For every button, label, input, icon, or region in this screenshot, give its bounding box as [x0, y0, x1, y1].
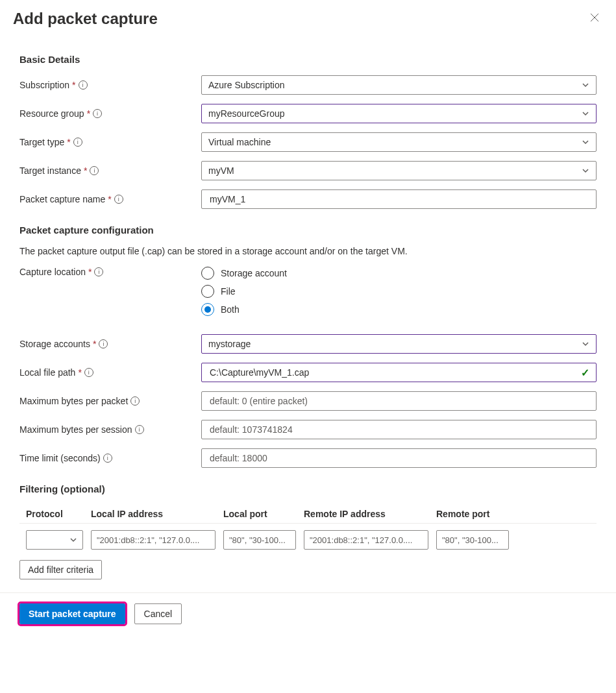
start-capture-button[interactable]: Start packet capture	[19, 603, 125, 624]
storage-accounts-label: Storage accounts	[19, 339, 90, 349]
field-subscription: Subscription * i Azure Subscription	[19, 75, 597, 95]
col-remote-ip: Remote IP address	[304, 509, 428, 519]
field-resource-group: Resource group * i myResourceGroup	[19, 104, 597, 123]
info-icon[interactable]: i	[93, 109, 102, 118]
info-icon[interactable]: i	[103, 454, 112, 463]
required-indicator: *	[78, 367, 81, 378]
radio-file[interactable]: File	[201, 285, 597, 298]
target-type-label: Target type	[19, 137, 64, 147]
panel-title: Add packet capture	[13, 10, 158, 28]
subscription-select[interactable]: Azure Subscription	[201, 75, 597, 95]
time-limit-input-wrapper	[201, 448, 597, 468]
cancel-button[interactable]: Cancel	[134, 603, 182, 624]
field-pcap-name: Packet capture name * i	[19, 189, 597, 209]
remote-port-placeholder: "80", "30-100...	[442, 535, 499, 545]
time-limit-input[interactable]	[208, 449, 589, 467]
storage-accounts-select[interactable]: mystorage	[201, 334, 597, 354]
local-port-placeholder: "80", "30-100...	[229, 535, 286, 545]
radio-storage-account[interactable]: Storage account	[201, 267, 597, 280]
local-file-path-input[interactable]	[208, 363, 577, 382]
remote-port-input[interactable]: "80", "30-100...	[436, 530, 509, 550]
max-bytes-session-label: Maximum bytes per session	[19, 424, 132, 435]
target-type-select[interactable]: Virtual machine	[201, 132, 597, 152]
info-icon[interactable]: i	[99, 339, 108, 348]
chevron-down-icon	[69, 536, 77, 544]
max-bytes-session-input-wrapper	[201, 420, 597, 439]
section-filtering: Filtering (optional)	[19, 483, 597, 494]
local-file-path-label: Local file path	[19, 367, 75, 378]
filter-table: Protocol Local IP address Local port Rem…	[19, 505, 597, 550]
config-helper-text: The packet capture output file (.cap) ca…	[19, 246, 597, 256]
pcap-name-input-wrapper	[201, 189, 597, 209]
remote-ip-input[interactable]: "2001:db8::2:1", "127.0.0....	[304, 530, 428, 550]
info-icon[interactable]: i	[94, 267, 103, 276]
required-indicator: *	[108, 194, 111, 204]
required-indicator: *	[87, 108, 90, 119]
pcap-name-label: Packet capture name	[19, 194, 105, 204]
chevron-down-icon	[582, 138, 589, 146]
radio-icon	[201, 267, 214, 280]
subscription-value: Azure Subscription	[208, 80, 285, 90]
capture-location-radio-group: Storage account File Both	[201, 267, 597, 316]
protocol-select[interactable]	[26, 530, 83, 550]
resource-group-select[interactable]: myResourceGroup	[201, 104, 597, 123]
check-icon: ✓	[581, 367, 589, 379]
field-target-type: Target type * i Virtual machine	[19, 132, 597, 152]
add-filter-button[interactable]: Add filter criteria	[19, 560, 102, 579]
max-bytes-session-input[interactable]	[208, 420, 589, 439]
col-local-port: Local port	[223, 509, 296, 519]
target-instance-label: Target instance	[19, 165, 81, 176]
required-indicator: *	[84, 165, 87, 176]
target-instance-select[interactable]: myVM	[201, 161, 597, 180]
info-icon[interactable]: i	[90, 166, 99, 175]
max-bytes-packet-label: Maximum bytes per packet	[19, 396, 128, 406]
col-remote-port: Remote port	[436, 509, 509, 519]
radio-label: Both	[221, 304, 240, 315]
field-target-instance: Target instance * i myVM	[19, 161, 597, 180]
col-local-ip: Local IP address	[91, 509, 216, 519]
subscription-label: Subscription	[19, 80, 69, 90]
capture-location-label: Capture location	[19, 267, 86, 277]
time-limit-label: Time limit (seconds)	[19, 453, 101, 463]
info-icon[interactable]: i	[79, 80, 88, 90]
panel-content: Basic Details Subscription * i Azure Sub…	[0, 32, 616, 592]
field-local-file-path: Local file path * i ✓	[19, 363, 597, 382]
local-ip-input[interactable]: "2001:db8::2:1", "127.0.0....	[91, 530, 216, 550]
max-bytes-packet-input[interactable]	[208, 392, 589, 410]
resource-group-value: myResourceGroup	[208, 108, 285, 119]
field-storage-accounts: Storage accounts * i mystorage	[19, 334, 597, 354]
radio-icon	[201, 285, 214, 298]
chevron-down-icon	[582, 81, 589, 89]
field-capture-location: Capture location * i Storage account Fil…	[19, 267, 597, 316]
target-instance-value: myVM	[208, 165, 234, 176]
required-indicator: *	[72, 80, 75, 90]
field-max-bytes-packet: Maximum bytes per packet i	[19, 391, 597, 411]
info-icon[interactable]: i	[135, 425, 144, 434]
required-indicator: *	[67, 137, 70, 147]
field-time-limit: Time limit (seconds) i	[19, 448, 597, 468]
radio-both[interactable]: Both	[201, 303, 597, 316]
close-button[interactable]	[586, 9, 603, 28]
info-icon[interactable]: i	[73, 138, 82, 147]
info-icon[interactable]: i	[84, 368, 93, 377]
info-icon[interactable]: i	[114, 195, 123, 204]
panel-header: Add packet capture	[0, 0, 616, 32]
section-basic-details: Basic Details	[19, 54, 597, 65]
chevron-down-icon	[582, 110, 589, 117]
chevron-down-icon	[582, 340, 589, 348]
max-bytes-packet-input-wrapper	[201, 391, 597, 411]
info-icon[interactable]: i	[130, 396, 140, 406]
add-packet-capture-panel: Add packet capture Basic Details Subscri…	[0, 0, 616, 635]
filter-row: "2001:db8::2:1", "127.0.0.... "80", "30-…	[19, 530, 597, 550]
storage-accounts-value: mystorage	[208, 339, 251, 349]
local-port-input[interactable]: "80", "30-100...	[223, 530, 296, 550]
radio-label: Storage account	[221, 268, 287, 278]
pcap-name-input[interactable]	[208, 190, 589, 208]
close-icon	[590, 13, 599, 22]
local-file-path-input-wrapper: ✓	[201, 363, 597, 382]
remote-ip-placeholder: "2001:db8::2:1", "127.0.0....	[310, 535, 412, 545]
filter-header-row: Protocol Local IP address Local port Rem…	[19, 505, 597, 524]
field-max-bytes-session: Maximum bytes per session i	[19, 420, 597, 439]
chevron-down-icon	[582, 167, 589, 175]
panel-footer: Start packet capture Cancel	[0, 592, 616, 635]
